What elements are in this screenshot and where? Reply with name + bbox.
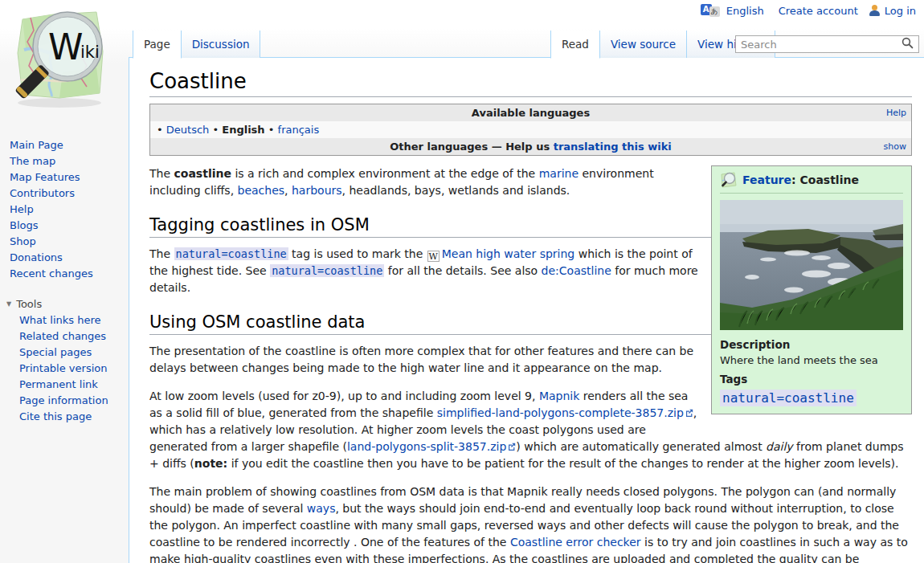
tag-link[interactable]: natural=coastline <box>270 264 384 277</box>
inline-link[interactable]: Coastline error checker <box>510 536 641 549</box>
other-languages-row: Other languages — Help us translating th… <box>150 138 911 155</box>
inline-link[interactable]: Feature <box>742 173 791 186</box>
feature-infobox: Feature: Coastline <box>711 165 912 414</box>
sidebar-item-shop[interactable]: Shop <box>0 233 129 249</box>
languages-list: • Deutsch • English • français <box>150 121 911 138</box>
inline-link[interactable]: Deutsch <box>166 124 210 136</box>
sidebar-item-blogs[interactable]: Blogs <box>0 217 129 233</box>
inline-link[interactable]: harbours <box>292 184 342 197</box>
tools-item-related-changes[interactable]: Related changes <box>0 328 129 344</box>
sidebar-tools-section: ▼ Tools What links here Related changes … <box>0 297 129 424</box>
feature-infobox-title: Feature: Coastline <box>742 173 859 186</box>
language-icon: A あ <box>701 4 720 17</box>
external-link[interactable]: simplified-land-polygons-complete-3857.z… <box>437 406 693 419</box>
feature-tag-value: natural=coastline <box>720 390 903 406</box>
wikipedia-icon: W <box>427 251 440 262</box>
sidebar-item-help[interactable]: Help <box>0 201 129 217</box>
tools-section-toggle[interactable]: ▼ Tools <box>0 297 129 312</box>
login-link[interactable]: Log in <box>885 5 916 17</box>
sidebar-item-the-map[interactable]: The map <box>0 153 129 169</box>
inline-link[interactable]: translating this wiki <box>554 141 672 153</box>
external-link-icon <box>508 439 516 455</box>
search-button[interactable] <box>899 36 918 52</box>
inline-link[interactable]: marine <box>539 167 579 180</box>
svg-text:W: W <box>48 27 84 67</box>
tools-item-cite-this-page[interactable]: Cite this page <box>0 408 129 424</box>
sidebar-navigation: Main Page The map Map Features Contribut… <box>0 137 129 281</box>
tab-read[interactable]: Read <box>550 31 600 59</box>
svg-text:iki: iki <box>80 43 100 62</box>
sidebar-item-donations[interactable]: Donations <box>0 249 129 265</box>
tools-item-permanent-link[interactable]: Permanent link <box>0 376 129 392</box>
tab-discussion[interactable]: Discussion <box>182 31 261 58</box>
feature-description-label: Description <box>720 338 903 351</box>
tag-link[interactable]: natural=coastline <box>174 247 288 260</box>
sidebar: Main Page The map Map Features Contribut… <box>0 137 129 424</box>
search-icon <box>902 37 914 49</box>
languages-show-link[interactable]: show <box>884 140 906 153</box>
languages-box-header: Available languages Help <box>150 104 911 121</box>
inline-link[interactable]: Mapnik <box>539 390 579 402</box>
inline-link[interactable]: Mean high water spring <box>442 247 575 260</box>
tools-item-page-information[interactable]: Page information <box>0 392 129 408</box>
language-icon-kana: あ <box>709 6 720 17</box>
osm-mini-logo-icon <box>720 171 738 189</box>
tools-item-special-pages[interactable]: Special pages <box>0 344 129 360</box>
tag-link[interactable]: natural=coastline <box>720 390 857 406</box>
personal-bar: A あ English Create account Log in <box>701 4 916 17</box>
sidebar-item-main-page[interactable]: Main Page <box>0 137 129 153</box>
inline-link[interactable]: beaches <box>238 184 285 197</box>
language-selector-link[interactable]: English <box>726 5 764 17</box>
search-box <box>735 35 919 53</box>
feature-tags-label: Tags <box>720 373 903 386</box>
article-content: Coastline Available languages Help • Deu… <box>129 58 924 563</box>
external-link-icon <box>685 405 693 422</box>
search-input[interactable] <box>736 37 899 52</box>
using-data-paragraph-3: The main problem of showing coastlines f… <box>149 483 912 563</box>
tools-label: Tools <box>16 297 42 312</box>
tab-view-source[interactable]: View source <box>600 31 687 58</box>
left-tab-strip: Page Discussion <box>133 31 260 58</box>
inline-link[interactable]: français <box>278 124 320 136</box>
feature-description-text: Where the land meets the sea <box>720 354 903 366</box>
inline-link[interactable]: ways <box>307 502 336 515</box>
page-title: Coastline <box>149 69 912 97</box>
tools-item-printable-version[interactable]: Printable version <box>0 360 129 376</box>
languages-box-title: Available languages <box>472 107 590 119</box>
create-account-link[interactable]: Create account <box>779 5 858 17</box>
inline-link[interactable]: de:Coastline <box>542 264 611 277</box>
sidebar-item-contributors[interactable]: Contributors <box>0 185 129 201</box>
tab-page[interactable]: Page <box>133 31 182 59</box>
external-link[interactable]: land-polygons-split-3857.zip <box>347 440 516 453</box>
languages-help-link[interactable]: Help <box>886 106 906 120</box>
other-languages-text: Other languages — Help us translating th… <box>390 141 672 153</box>
sidebar-item-map-features[interactable]: Map Features <box>0 169 129 185</box>
tools-item-what-links-here[interactable]: What links here <box>0 312 129 328</box>
wiki-logo[interactable]: W iki <box>6 3 112 109</box>
sidebar-item-recent-changes[interactable]: Recent changes <box>0 265 129 281</box>
available-languages-box: Available languages Help • Deutsch • Eng… <box>149 104 912 156</box>
feature-infobox-header: Feature: Coastline <box>720 171 903 194</box>
user-icon <box>869 5 880 16</box>
coastline-photo[interactable] <box>720 200 903 330</box>
chevron-down-icon: ▼ <box>6 297 11 312</box>
